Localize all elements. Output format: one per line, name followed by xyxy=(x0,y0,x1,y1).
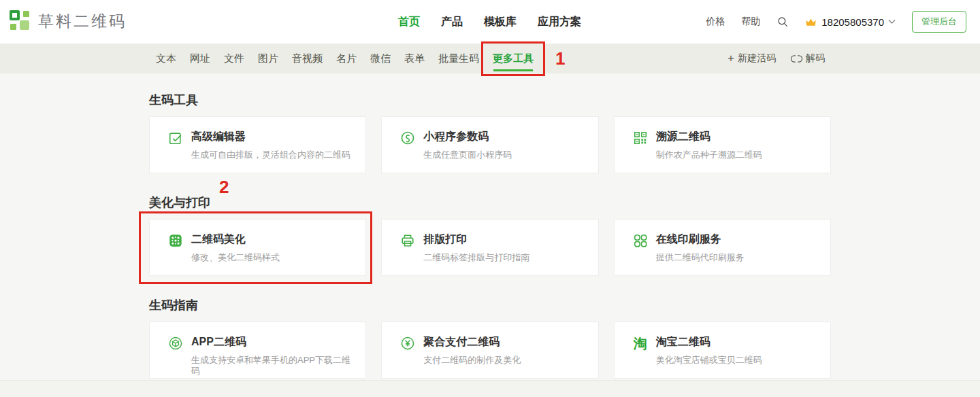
tab-media[interactable]: 音视频 xyxy=(292,44,323,73)
pay-yen-icon xyxy=(400,336,415,351)
admin-console-button[interactable]: 管理后台 xyxy=(912,11,966,33)
chevron-down-icon xyxy=(888,19,896,24)
account-phone: 18205805370 xyxy=(821,16,884,28)
card-title: 淘宝二维码 xyxy=(656,335,762,349)
card-title: 在线印刷服务 xyxy=(656,232,745,246)
tab-url[interactable]: 网址 xyxy=(190,44,210,73)
section-title-guide: 生码指南 xyxy=(149,276,198,312)
trace-qr-icon xyxy=(633,131,648,145)
annotation-number-2: 2 xyxy=(219,178,229,196)
miniprogram-icon xyxy=(400,131,415,145)
toolbar-items: 文本 网址 文件 图片 音视频 名片 微信 表单 批量生码 更多工具 1 xyxy=(156,44,534,73)
printer-icon xyxy=(400,233,415,248)
new-live-code-label: 新建活码 xyxy=(738,52,776,65)
section-row: 二维码美化 修改、美化二维码样式 排版打印 二维码标签排版与打印指南 xyxy=(149,219,831,276)
card-qr-beautify[interactable]: 二维码美化 修改、美化二维码样式 xyxy=(149,219,366,276)
search-icon[interactable] xyxy=(777,16,789,28)
card-desc: 生成支持安卓和苹果手机的APP下载二维码 xyxy=(191,355,359,377)
nav-home[interactable]: 首页 xyxy=(398,15,420,29)
card-title: 溯源二维码 xyxy=(656,130,762,143)
section-title-codegen: 生码工具 xyxy=(149,73,198,107)
pricing-link[interactable]: 价格 xyxy=(706,16,725,28)
beautify-qr-icon xyxy=(168,233,183,248)
qr-logo-icon xyxy=(10,10,32,33)
tab-form[interactable]: 表单 xyxy=(404,44,425,73)
main-nav: 首页 产品 模板库 应用方案 xyxy=(398,0,581,44)
card-title: 小程序参数码 xyxy=(423,130,512,143)
card-advanced-editor[interactable]: 高级编辑器 生成可自由排版，灵活组合内容的二维码 xyxy=(149,116,366,173)
more-tools-panel: 生码工具 高级编辑器 生成可自由排版，灵活组合内容的二维码 小程序参数码 生 xyxy=(0,73,980,381)
editor-icon xyxy=(168,131,183,145)
tab-file[interactable]: 文件 xyxy=(224,44,244,73)
card-desc: 提供二维码代印刷服务 xyxy=(656,252,745,263)
toolbar-actions: + 新建活码 解码 xyxy=(728,44,825,73)
section-title-beautify-print: 美化与打印 2 xyxy=(149,173,210,209)
tab-text[interactable]: 文本 xyxy=(156,44,176,73)
section-title-text: 美化与打印 xyxy=(149,196,210,209)
card-title: 二维码美化 xyxy=(191,232,280,246)
tab-more-tools[interactable]: 更多工具 1 xyxy=(493,44,534,73)
nav-templates[interactable]: 模板库 xyxy=(484,15,517,29)
tab-card[interactable]: 名片 xyxy=(336,44,357,73)
plus-icon: + xyxy=(728,54,734,63)
header-right: 价格 帮助 18205805370 管理后台 xyxy=(706,0,966,44)
section-row: APP二维码 生成支持安卓和苹果手机的APP下载二维码 聚合支付二维码 支付二维… xyxy=(149,322,831,379)
card-title: 聚合支付二维码 xyxy=(423,335,521,349)
decode-label: 解码 xyxy=(806,52,825,65)
crown-icon xyxy=(805,17,817,27)
new-live-code-button[interactable]: + 新建活码 xyxy=(728,52,776,65)
card-title: 高级编辑器 xyxy=(191,130,350,143)
card-trace-qr[interactable]: 溯源二维码 制作农产品种子溯源二维码 xyxy=(614,116,831,173)
help-link[interactable]: 帮助 xyxy=(741,16,760,28)
annotation-number-1: 1 xyxy=(555,48,565,69)
tab-batch[interactable]: 批量生码 xyxy=(438,44,479,73)
card-desc: 制作农产品种子溯源二维码 xyxy=(656,150,762,160)
tab-image[interactable]: 图片 xyxy=(258,44,278,73)
card-desc: 生成任意页面小程序码 xyxy=(423,150,512,160)
decode-button[interactable]: 解码 xyxy=(791,52,825,65)
card-taobao-qr[interactable]: 淘 淘宝二维码 美化淘宝店铺或宝贝二维码 xyxy=(614,322,831,379)
tab-wechat[interactable]: 微信 xyxy=(370,44,391,73)
code-type-toolbar: 文本 网址 文件 图片 音视频 名片 微信 表单 批量生码 更多工具 1 + 新… xyxy=(0,44,980,73)
card-title: 排版打印 xyxy=(423,232,529,246)
card-desc: 生成可自由排版，灵活组合内容的二维码 xyxy=(191,150,350,160)
card-miniprogram-code[interactable]: 小程序参数码 生成任意页面小程序码 xyxy=(381,116,598,173)
brand-name: 草料二维码 xyxy=(38,11,127,32)
taobao-icon: 淘 xyxy=(633,336,648,351)
card-payment-qr[interactable]: 聚合支付二维码 支付二维码的制作及美化 xyxy=(381,322,598,379)
decode-icon xyxy=(791,54,802,63)
taobao-char: 淘 xyxy=(633,336,648,351)
card-title: APP二维码 xyxy=(191,335,359,349)
top-header: 草料二维码 首页 产品 模板库 应用方案 价格 帮助 18205805370 管… xyxy=(0,0,980,44)
card-layout-print[interactable]: 排版打印 二维码标签排版与打印指南 xyxy=(381,219,598,276)
card-app-qr[interactable]: APP二维码 生成支持安卓和苹果手机的APP下载二维码 xyxy=(149,322,366,379)
account-menu[interactable]: 18205805370 xyxy=(805,16,896,28)
card-desc: 修改、美化二维码样式 xyxy=(191,252,280,263)
card-desc: 二维码标签排版与打印指南 xyxy=(423,252,529,263)
print-service-icon xyxy=(633,233,648,248)
nav-solutions[interactable]: 应用方案 xyxy=(538,15,581,29)
card-print-service[interactable]: 在线印刷服务 提供二维码代印刷服务 xyxy=(614,219,831,276)
brand-logo[interactable]: 草料二维码 xyxy=(10,10,127,33)
card-desc: 支付二维码的制作及美化 xyxy=(423,355,521,366)
nav-products[interactable]: 产品 xyxy=(441,15,463,29)
tab-more-tools-label: 更多工具 xyxy=(493,52,534,64)
section-row: 高级编辑器 生成可自由排版，灵活组合内容的二维码 小程序参数码 生成任意页面小程… xyxy=(149,116,831,173)
app-cube-icon xyxy=(168,336,183,351)
card-desc: 美化淘宝店铺或宝贝二维码 xyxy=(656,355,762,366)
